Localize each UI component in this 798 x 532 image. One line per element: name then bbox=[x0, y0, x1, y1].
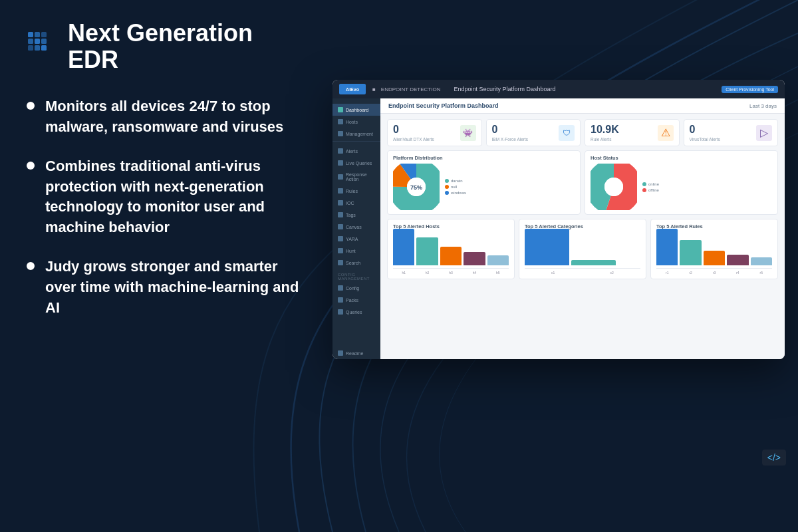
sidebar-label-config: Config bbox=[346, 286, 359, 291]
sidebar-item-canvas[interactable]: Canvas bbox=[332, 221, 380, 233]
legend-label-windows: windows bbox=[451, 191, 466, 195]
bar-rule-label-3: r3 bbox=[704, 271, 725, 275]
logo-title-area: Next Generation EDR bbox=[27, 20, 306, 72]
bar-hosts-5 bbox=[487, 255, 509, 265]
metric-left: 0 AlienVault DTX Alerts bbox=[393, 124, 434, 142]
yara-icon bbox=[338, 236, 343, 241]
sidebar-label-management: Management bbox=[346, 132, 373, 136]
metric-label-rule: Rule Alerts bbox=[591, 137, 619, 142]
sidebar-item-hunt[interactable]: Hunt bbox=[332, 245, 380, 257]
legend-dot-null bbox=[445, 185, 449, 189]
sidebar-label-hunt: Hunt bbox=[346, 249, 356, 253]
provisioning-button[interactable]: Client Provisioning Tool bbox=[722, 86, 778, 93]
sidebar-label-response-action: Response Action bbox=[346, 172, 375, 182]
bar-chart-rules bbox=[656, 232, 772, 269]
feature-list: Monitors all devices 24/7 to stop malwar… bbox=[27, 96, 306, 318]
metric-value-rule: 10.9K bbox=[591, 124, 619, 136]
host-pie-chart bbox=[591, 164, 637, 210]
sidebar-label-live-queries: Live Queries bbox=[346, 161, 372, 166]
rules-icon bbox=[338, 188, 343, 194]
dashboard-sidebar: Dashboard Hosts Management Alerts Live Q… bbox=[332, 98, 380, 359]
svg-rect-0 bbox=[28, 32, 33, 37]
live-queries-icon bbox=[338, 160, 343, 166]
sidebar-label-search: Search bbox=[346, 261, 360, 265]
sidebar-item-tags[interactable]: Tags bbox=[332, 209, 380, 221]
page-title: Next Generation EDR bbox=[68, 20, 306, 72]
sidebar-label-canvas: Canvas bbox=[346, 225, 362, 229]
svg-rect-1 bbox=[35, 32, 40, 37]
canvas-icon bbox=[338, 224, 343, 229]
dashboard-body: Dashboard Hosts Management Alerts Live Q… bbox=[332, 98, 785, 359]
legend-windows: windows bbox=[445, 191, 466, 195]
sidebar-item-config[interactable]: Config bbox=[332, 282, 380, 294]
nav-label: ENDPOINT DETECTION bbox=[381, 86, 441, 92]
legend-dot-darwin bbox=[445, 179, 449, 183]
bullet-dot-2 bbox=[27, 162, 35, 170]
virustotal-icon: ▷ bbox=[756, 125, 772, 141]
sidebar-label-dashboard: Dashboard bbox=[346, 108, 368, 112]
svg-point-16 bbox=[604, 178, 623, 196]
hunt-icon bbox=[338, 248, 343, 253]
sidebar-item-rules[interactable]: Rules bbox=[332, 185, 380, 197]
alerts-icon bbox=[338, 148, 343, 154]
bar-rules-2 bbox=[680, 240, 701, 265]
bar-rules-5 bbox=[751, 257, 772, 265]
platform-chart-title: Platform Distribution bbox=[393, 155, 575, 161]
sidebar-item-response-action[interactable]: Response Action bbox=[332, 169, 380, 185]
legend-label-darwin: darwin bbox=[451, 179, 463, 183]
metric-label-ibm: IBM X-Force Alerts bbox=[492, 137, 529, 142]
bullet-text-3: Judy grows stronger and smarter over tim… bbox=[45, 257, 306, 318]
sidebar-item-yara[interactable]: YARA bbox=[332, 233, 380, 245]
bar-rule-label-1: r1 bbox=[656, 271, 678, 275]
bar-rules-3 bbox=[704, 251, 725, 265]
bar-card-categories: Top 5 Alerted Categories c1 c2 bbox=[519, 219, 646, 279]
topbar-title: Endpoint Security Platform Dashboard bbox=[454, 86, 715, 92]
judy-logo-icon bbox=[27, 31, 59, 63]
bar-hosts-1 bbox=[393, 229, 414, 265]
sidebar-item-live-queries[interactable]: Live Queries bbox=[332, 157, 380, 169]
sidebar-item-alerts[interactable]: Alerts bbox=[332, 145, 380, 157]
metric-label-virustotal: VirusTotal Alerts bbox=[690, 137, 720, 142]
bar-label-4: h4 bbox=[464, 271, 485, 275]
sidebar-item-ioc[interactable]: IOC bbox=[332, 197, 380, 209]
sidebar-label-ioc: IOC bbox=[346, 201, 354, 205]
left-panel: Next Generation EDR Monitors all devices… bbox=[27, 20, 306, 318]
sidebar-label-yara: YARA bbox=[346, 237, 358, 241]
tags-icon bbox=[338, 212, 343, 217]
dashboard-main: Endpoint Security Platform Dashboard Las… bbox=[380, 98, 785, 359]
sidebar-item-management[interactable]: Management bbox=[332, 128, 380, 140]
metric-value-ibm: 0 bbox=[492, 124, 529, 136]
bar-label-1: h1 bbox=[393, 271, 414, 275]
sidebar-item-dashboard[interactable]: Dashboard bbox=[332, 104, 380, 116]
bar-label-5: h5 bbox=[487, 271, 509, 275]
readme-icon bbox=[338, 350, 343, 356]
bar-hosts-3 bbox=[440, 247, 462, 265]
legend-dot-online bbox=[642, 182, 646, 186]
ibm-icon: 🛡 bbox=[559, 125, 575, 141]
sidebar-item-readme[interactable]: Readme bbox=[332, 347, 380, 359]
alienvault-icon: 👾 bbox=[460, 125, 476, 141]
topbar-logo: AiEvo bbox=[339, 84, 366, 94]
host-chart-title: Host Status bbox=[591, 155, 772, 161]
bar-cat-1 bbox=[525, 229, 569, 265]
queries-icon bbox=[338, 309, 343, 315]
bar-cat-label-2: c2 bbox=[584, 271, 641, 275]
svg-rect-5 bbox=[41, 39, 47, 44]
sidebar-item-hosts[interactable]: Hosts bbox=[332, 116, 380, 128]
sidebar-item-search[interactable]: Search bbox=[332, 257, 380, 269]
bar-cat-2 bbox=[571, 260, 616, 265]
sidebar-label-hosts: Hosts bbox=[346, 120, 358, 124]
nav-item: ■ bbox=[372, 86, 376, 92]
period-label: Last 3 days bbox=[749, 103, 777, 109]
metric-left: 0 IBM X-Force Alerts bbox=[492, 124, 529, 142]
svg-rect-7 bbox=[35, 45, 40, 51]
sidebar-item-packs[interactable]: Packs bbox=[332, 294, 380, 306]
legend-darwin: darwin bbox=[445, 179, 466, 183]
bar-chart-hosts bbox=[393, 232, 509, 269]
legend-dot-windows bbox=[445, 191, 449, 195]
sidebar-item-queries[interactable]: Queries bbox=[332, 306, 380, 318]
legend-label-null: null bbox=[451, 185, 457, 189]
metric-card-alienvault: 0 AlienVault DTX Alerts 👾 bbox=[387, 119, 482, 146]
ioc-icon bbox=[338, 200, 343, 205]
config-icon bbox=[338, 285, 343, 291]
